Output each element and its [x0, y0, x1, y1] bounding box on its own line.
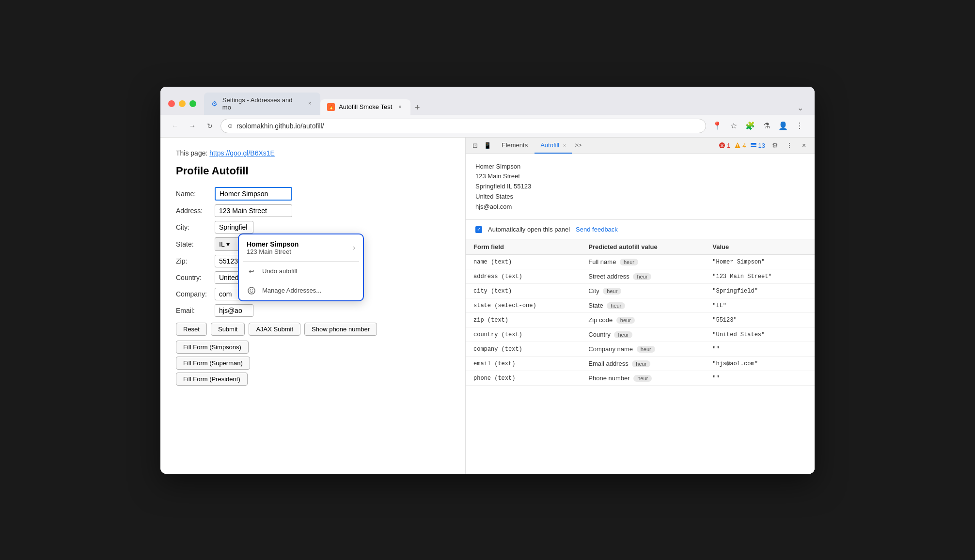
fill-superman-button[interactable]: Fill Form (Superman) — [176, 357, 250, 370]
devtools-close-button[interactable]: × — [797, 139, 811, 152]
tab-autofill-close[interactable]: × — [396, 103, 404, 111]
undo-icon: ↩ — [247, 266, 256, 276]
table-row: state (select-one) State heur "IL" — [466, 298, 815, 313]
settings-icon: ⚙ — [211, 100, 219, 108]
page-title: Profile Autofill — [176, 165, 450, 177]
cell-field: company (text) — [466, 342, 581, 357]
devtools-layout-icons: ⊡ 📱 — [470, 140, 493, 151]
table-row: name (text) Full name heur "Homer Simpso… — [466, 255, 815, 269]
col-form-field: Form field — [466, 239, 581, 255]
cell-predicted: Zip code heur — [581, 313, 705, 327]
name-label: Name: — [176, 190, 215, 198]
info-count-badge: 13 — [750, 142, 765, 149]
cell-value: "hjs@aol.com" — [705, 357, 815, 371]
undo-autofill-item[interactable]: ↩ Undo autofill — [239, 262, 363, 281]
profile-email: hjs@aol.com — [475, 202, 805, 212]
heur-badge: heur — [616, 317, 635, 324]
devtools-settings-button[interactable]: ⚙ — [768, 139, 782, 152]
heur-badge: heur — [633, 375, 652, 382]
tab-settings-close[interactable]: × — [306, 100, 314, 108]
svg-rect-6 — [751, 144, 756, 145]
minimize-window-button[interactable] — [179, 100, 186, 107]
heur-badge: heur — [637, 346, 655, 353]
bookmark-icon[interactable]: ☆ — [726, 119, 741, 133]
tab-autofill[interactable]: 🔥 Autofill Smoke Test × — [320, 99, 410, 115]
menu-icon[interactable]: ⋮ — [792, 119, 807, 133]
tab-elements[interactable]: Elements — [496, 138, 534, 154]
form-row-address: Address: — [176, 204, 450, 217]
form-row-email: Email: — [176, 304, 450, 317]
email-input[interactable] — [215, 304, 253, 317]
content-area: This page: https://goo.gl/B6Xs1E Profile… — [160, 138, 815, 474]
profile-country: United States — [475, 192, 805, 202]
browser-window: ⚙ Settings - Addresses and mo × 🔥 Autofi… — [160, 87, 815, 474]
city-input[interactable] — [215, 221, 253, 233]
col-value: Value — [705, 239, 815, 255]
fill-president-button[interactable]: Fill Form (President) — [176, 373, 248, 386]
table-row: city (text) City heur "Springfield" — [466, 284, 815, 298]
devtools-errors: ✕ 1 ! 4 13 — [717, 142, 767, 149]
cell-field: zip (text) — [466, 313, 581, 327]
profile-icon[interactable]: 👤 — [776, 119, 790, 133]
cell-predicted: State heur — [581, 298, 705, 313]
url-text: rsolomakhin.github.io/autofill/ — [236, 122, 699, 130]
devtools-more-tabs[interactable]: >> — [573, 138, 583, 153]
cell-value: "123 Main Street" — [705, 269, 815, 284]
maximize-window-button[interactable] — [189, 100, 196, 107]
cell-predicted: Street address heur — [581, 269, 705, 284]
devtools-device-icon[interactable]: 📱 — [482, 140, 493, 151]
cell-value: "Springfield" — [705, 284, 815, 298]
cell-field: state (select-one) — [466, 298, 581, 313]
page-link[interactable]: https://goo.gl/B6Xs1E — [209, 149, 275, 157]
devtools-tabs: ⊡ 📱 Elements Autofill × >> ✕ 1 ! — [466, 138, 815, 154]
table-row: phone (text) Phone number heur "" — [466, 371, 815, 386]
close-window-button[interactable] — [168, 100, 175, 107]
auto-open-checkbox[interactable]: ✓ — [475, 226, 482, 233]
autofill-suggestion-item[interactable]: Homer Simpson 123 Main Street › — [239, 234, 363, 261]
ajax-submit-button[interactable]: AJAX Submit — [249, 323, 300, 336]
reset-button[interactable]: Reset — [176, 323, 207, 336]
email-label: Email: — [176, 307, 215, 314]
heur-badge: heur — [632, 360, 650, 367]
autofill-table: Form field Predicted autofill value Valu… — [466, 239, 815, 473]
send-feedback-link[interactable]: Send feedback — [576, 226, 618, 233]
page-divider — [176, 458, 450, 458]
show-phone-button[interactable]: Show phone number — [304, 323, 377, 336]
devtools-inspect-icon[interactable]: ⊡ — [470, 140, 480, 151]
state-label: State: — [176, 240, 215, 248]
manage-addresses-item[interactable]: G Manage Addresses... — [239, 281, 363, 300]
refresh-button[interactable]: ↻ — [203, 119, 217, 133]
table-row: zip (text) Zip code heur "55123" — [466, 313, 815, 327]
name-input[interactable] — [215, 187, 292, 201]
labs-icon[interactable]: ⚗ — [759, 119, 774, 133]
location-toolbar-icon[interactable]: 📍 — [710, 119, 724, 133]
autofill-tab-close[interactable]: × — [563, 142, 566, 148]
profile-city-state-zip: Springfield IL 55123 — [475, 182, 805, 192]
forward-button[interactable]: → — [186, 119, 199, 133]
heur-badge: heur — [614, 331, 632, 338]
location-icon: ⊙ — [228, 123, 233, 129]
back-button[interactable]: ← — [168, 119, 182, 133]
table-row: company (text) Company name heur "" — [466, 342, 815, 357]
form-buttons: Reset Submit AJAX Submit Show phone numb… — [176, 323, 450, 336]
tab-overflow-button[interactable]: ⌄ — [793, 101, 807, 115]
url-bar[interactable]: ⊙ rsolomakhin.github.io/autofill/ — [220, 119, 706, 133]
toolbar-icons: 📍 ☆ 🧩 ⚗ 👤 ⋮ — [710, 119, 807, 133]
fill-buttons: Fill Form (Simpsons) Fill Form (Superman… — [176, 341, 450, 386]
address-input[interactable] — [215, 204, 292, 217]
warning-count-badge: ! 4 — [734, 142, 746, 149]
address-bar: ← → ↻ ⊙ rsolomakhin.github.io/autofill/ … — [160, 115, 815, 138]
new-tab-button[interactable]: + — [410, 101, 424, 115]
fill-simpsons-button[interactable]: Fill Form (Simpsons) — [176, 341, 249, 354]
autofill-data-table: Form field Predicted autofill value Valu… — [466, 239, 815, 386]
cell-field: city (text) — [466, 284, 581, 298]
autofill-suggestion-name: Homer Simpson — [247, 240, 347, 248]
tab-autofill[interactable]: Autofill × — [535, 138, 572, 154]
webpage-panel: This page: https://goo.gl/B6Xs1E Profile… — [160, 138, 466, 474]
devtools-more-button[interactable]: ⋮ — [783, 139, 796, 152]
cell-value: "" — [705, 342, 815, 357]
extension-icon[interactable]: 🧩 — [743, 119, 757, 133]
submit-button[interactable]: Submit — [211, 323, 245, 336]
city-label: City: — [176, 223, 215, 231]
tab-settings[interactable]: ⚙ Settings - Addresses and mo × — [204, 93, 320, 115]
